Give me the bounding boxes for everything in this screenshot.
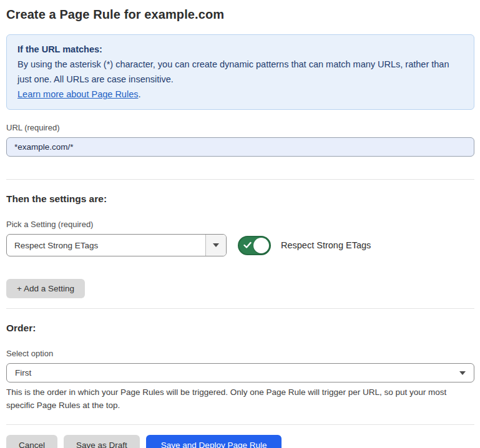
url-label: URL (required) [6, 123, 474, 132]
order-select[interactable]: First [6, 363, 474, 382]
chevron-down-icon [213, 243, 219, 247]
toggle-label: Respect Strong ETags [281, 240, 371, 250]
learn-more-link[interactable]: Learn more about Page Rules [17, 89, 138, 99]
setting-select-value: Respect Strong ETags [7, 235, 205, 256]
pick-setting-label: Pick a Setting (required) [6, 220, 474, 229]
link-period: . [138, 89, 140, 99]
info-box-body: By using the asterisk (*) character, you… [17, 57, 463, 87]
check-icon [243, 241, 252, 249]
divider [6, 424, 474, 425]
setting-select[interactable]: Respect Strong ETags [6, 234, 227, 256]
setting-select-arrow-button[interactable] [205, 235, 226, 256]
save-draft-button[interactable]: Save as Draft [64, 435, 140, 448]
order-select-label: Select option [6, 349, 474, 358]
divider [6, 308, 474, 309]
info-box-link-line: Learn more about Page Rules. [17, 87, 463, 102]
url-input[interactable] [6, 137, 474, 157]
respect-strong-etags-toggle[interactable] [238, 236, 271, 255]
save-deploy-button[interactable]: Save and Deploy Page Rule [146, 435, 282, 448]
action-buttons: Cancel Save as Draft Save and Deploy Pag… [6, 435, 474, 448]
info-box-heading: If the URL matches: [17, 42, 463, 57]
order-select-value: First [15, 368, 459, 377]
create-page-rule-form: Create a Page Rule for example.com If th… [0, 0, 480, 448]
cancel-button[interactable]: Cancel [6, 435, 57, 448]
url-match-info-box: If the URL matches: By using the asteris… [6, 34, 474, 110]
page-title: Create a Page Rule for example.com [6, 7, 474, 22]
order-help-text: This is the order in which your Page Rul… [6, 386, 468, 412]
divider [6, 179, 474, 180]
toggle-wrap: Respect Strong ETags [238, 236, 371, 255]
setting-row: Respect Strong ETags Respect Strong ETag… [6, 234, 474, 256]
order-heading: Order: [6, 323, 474, 334]
add-setting-button[interactable]: + Add a Setting [6, 279, 85, 298]
chevron-down-icon [459, 371, 466, 375]
toggle-knob [253, 238, 269, 253]
settings-heading: Then the settings are: [6, 193, 474, 205]
